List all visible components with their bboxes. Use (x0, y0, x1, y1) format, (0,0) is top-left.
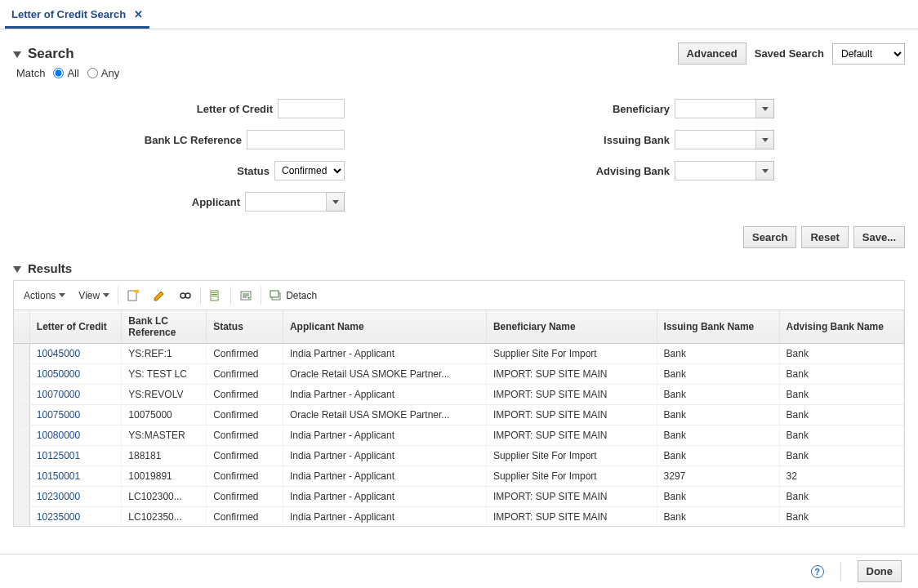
detach-button[interactable]: Detach (263, 281, 323, 310)
row-handle-header (14, 310, 29, 344)
cell-letter-of-credit: 10050000 (29, 364, 122, 385)
cell-status: Confirmed (207, 425, 283, 446)
wrap-icon[interactable] (233, 281, 259, 310)
applicant-input[interactable] (245, 192, 327, 212)
cell-beneficiary-name: IMPORT: SUP SITE MAIN (486, 364, 657, 385)
row-handle[interactable] (14, 446, 29, 466)
col-letter-of-credit[interactable]: Letter of Credit (29, 310, 122, 344)
create-icon[interactable] (120, 281, 146, 310)
table-row[interactable]: 10080000YS:MASTERConfirmedIndia Partner … (14, 425, 904, 446)
cell-applicant-name: India Partner - Applicant (283, 425, 486, 446)
tab-close-icon[interactable]: ✕ (134, 8, 143, 20)
col-bank-lc-ref[interactable]: Bank LC Reference (122, 310, 207, 344)
applicant-dropdown-button[interactable] (327, 192, 345, 212)
beneficiary-dropdown-button[interactable] (756, 99, 774, 118)
cell-letter-of-credit: 10045000 (29, 344, 122, 364)
tab-letter-of-credit-search[interactable]: Letter of Credit Search ✕ (5, 3, 149, 29)
svg-rect-2 (134, 290, 139, 292)
cell-letter-of-credit: 10235000 (29, 507, 122, 528)
col-status[interactable]: Status (207, 310, 283, 344)
cell-letter-of-credit: 10080000 (29, 425, 122, 446)
cell-letter-of-credit: 10070000 (29, 385, 122, 405)
cell-letter-of-credit: 10125001 (29, 446, 122, 466)
col-advising-bank-name[interactable]: Advising Bank Name (779, 310, 903, 344)
col-applTIcant-name[interactable]: Applicant Name (283, 310, 486, 344)
row-handle[interactable] (14, 364, 29, 385)
view-icon[interactable] (172, 281, 198, 310)
status-select[interactable]: Confirmed (274, 161, 345, 180)
search-disclosure-icon[interactable] (13, 51, 21, 58)
letter-of-credit-link[interactable]: 10235000 (37, 511, 80, 523)
svg-rect-8 (212, 296, 217, 296)
cell-beneficiary-name: IMPORT: SUP SITE MAIN (486, 405, 657, 425)
search-heading: Search (28, 46, 74, 62)
help-icon[interactable]: ? (811, 565, 824, 578)
cell-bank-lc-ref: LC102300... (122, 487, 207, 507)
letter-of-credit-link[interactable]: 10075000 (37, 409, 80, 421)
row-handle[interactable] (14, 344, 29, 364)
results-disclosure-icon[interactable] (13, 266, 21, 273)
table-row[interactable]: 10125001188181ConfirmedIndia Partner - A… (14, 446, 904, 466)
row-handle[interactable] (14, 466, 29, 487)
cell-status: Confirmed (207, 405, 283, 425)
caret-down-icon (103, 293, 109, 297)
row-handle[interactable] (14, 487, 29, 507)
letter-of-credit-link[interactable]: 10150001 (37, 470, 80, 482)
cell-bank-lc-ref: YS:REF:1 (122, 344, 207, 364)
cell-bank-lc-ref: YS: TEST LC (122, 364, 207, 385)
edit-icon[interactable] (146, 281, 172, 310)
caret-down-icon (762, 138, 769, 142)
row-handle[interactable] (14, 507, 29, 528)
letter-of-credit-link[interactable]: 10080000 (37, 430, 80, 441)
match-all-radio[interactable]: All (53, 67, 78, 79)
col-issuing-bank-name[interactable]: Issuing Bank Name (657, 310, 779, 344)
row-handle[interactable] (14, 385, 29, 405)
save-button[interactable]: Save... (853, 226, 905, 248)
reset-button[interactable]: Reset (801, 226, 848, 248)
letter-of-credit-link[interactable]: 10125001 (37, 450, 80, 461)
cell-issuing-bank-name: Bank (657, 446, 779, 466)
letter-of-credit-input[interactable] (278, 99, 345, 118)
match-label: Match (16, 67, 45, 79)
actions-menu[interactable]: Actions (17, 281, 72, 310)
row-handle[interactable] (14, 405, 29, 425)
export-icon[interactable] (203, 281, 229, 310)
cell-beneficiary-name: IMPORT: SUP SITE MAIN (486, 487, 657, 507)
saved-search-select[interactable]: Default (832, 43, 905, 65)
table-row[interactable]: 10230000LC102300...ConfirmedIndia Partne… (14, 487, 904, 507)
table-row[interactable]: 10235000LC102350...ConfirmedIndia Partne… (14, 507, 904, 528)
search-button[interactable]: Search (743, 226, 796, 248)
match-any-radio[interactable]: Any (87, 67, 119, 79)
bank-lc-reference-input[interactable] (247, 130, 345, 149)
done-button[interactable]: Done (858, 560, 902, 582)
issuing-bank-dropdown-button[interactable] (756, 130, 774, 149)
letter-of-credit-link[interactable]: 10230000 (37, 491, 80, 502)
letter-of-credit-link[interactable]: 10050000 (37, 368, 80, 380)
cell-beneficiary-name: IMPORT: SUP SITE MAIN (486, 507, 657, 528)
cell-advising-bank-name: Bank (779, 507, 903, 528)
table-row[interactable]: 10050000YS: TEST LCConfirmedOracle Retai… (14, 364, 904, 385)
view-menu[interactable]: View (72, 281, 116, 310)
cell-beneficiary-name: IMPORT: SUP SITE MAIN (486, 425, 657, 446)
letter-of-credit-link[interactable]: 10045000 (37, 348, 80, 359)
advising-bank-input[interactable] (675, 161, 756, 180)
cell-bank-lc-ref: YS:MASTER (122, 425, 207, 446)
table-row[interactable]: 10070000YS:REVOLVConfirmedIndia Partner … (14, 385, 904, 405)
issuing-bank-input[interactable] (675, 130, 756, 149)
letter-of-credit-link[interactable]: 10070000 (37, 389, 80, 400)
cell-issuing-bank-name: Bank (657, 487, 779, 507)
cell-advising-bank-name: 32 (779, 466, 903, 487)
row-handle[interactable] (14, 425, 29, 446)
table-row[interactable]: 10045000YS:REF:1ConfirmedIndia Partner -… (14, 344, 904, 364)
table-row[interactable]: 1007500010075000ConfirmedOracle Retail U… (14, 405, 904, 425)
advanced-button[interactable]: Advanced (678, 42, 746, 65)
cell-advising-bank-name: Bank (779, 446, 903, 466)
advising-bank-dropdown-button[interactable] (756, 161, 774, 180)
cell-applicant-name: India Partner - Applicant (283, 344, 486, 364)
col-beneficiary-name[interactable]: Beneficiary Name (486, 310, 657, 344)
table-row[interactable]: 1015000110019891ConfirmedIndia Partner -… (14, 466, 904, 487)
cell-bank-lc-ref: 188181 (122, 446, 207, 466)
cell-status: Confirmed (207, 507, 283, 528)
beneficiary-input[interactable] (675, 99, 756, 118)
cell-letter-of-credit: 10150001 (29, 466, 122, 487)
